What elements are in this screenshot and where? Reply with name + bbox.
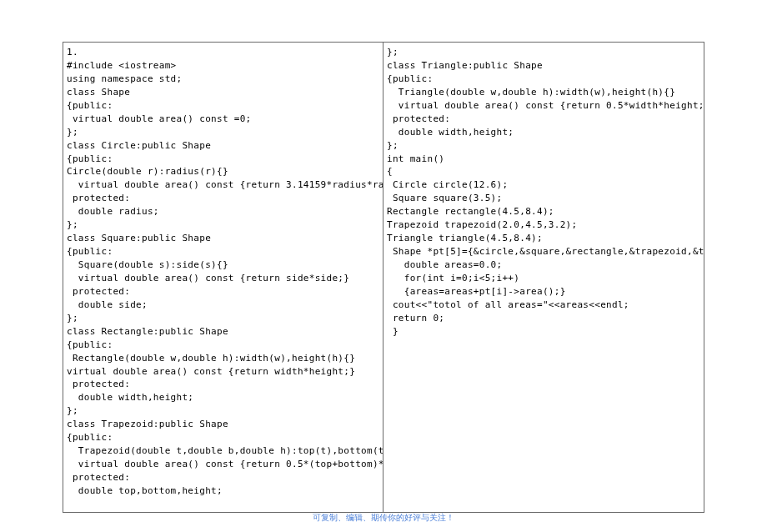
code-line: Rectangle(double w,double h):width(w),he… <box>67 352 379 365</box>
code-line: protected: <box>67 285 379 299</box>
code-line: } <box>387 325 700 339</box>
code-line: Trapezoid(double t,double b,double h):to… <box>67 444 379 458</box>
code-line: { <box>387 165 700 178</box>
right-code-column: };class Triangle:public Shape{public: Tr… <box>384 43 704 512</box>
code-line: virtual double area() const {return 0.5*… <box>387 99 700 113</box>
code-line: {public: <box>67 245 379 258</box>
code-line: Trapezoid trapezoid(2.0,4.5,3.2); <box>387 218 700 232</box>
code-line: class Shape <box>67 86 379 99</box>
code-line: Rectangle rectangle(4.5,8.4); <box>387 205 700 218</box>
code-line: using namespace std; <box>67 73 379 86</box>
code-line: }; <box>387 46 700 59</box>
code-line: cout<<"totol of all areas="<<areas<<endl… <box>387 299 700 312</box>
code-line: int main() <box>387 153 700 166</box>
code-line: {areas=areas+pt[i]->area();} <box>387 285 700 299</box>
code-line: class Circle:public Shape <box>67 139 379 153</box>
code-line: {public: <box>67 153 379 166</box>
code-line: double top,bottom,height; <box>67 484 379 498</box>
code-line: double radius; <box>67 205 379 218</box>
code-line: Circle(double r):radius(r){} <box>67 165 379 178</box>
code-line: Square square(3.5); <box>387 192 700 205</box>
code-line: 1. <box>67 46 379 59</box>
code-line: #include <iostream> <box>67 59 379 73</box>
code-line: }; <box>387 139 700 153</box>
code-line: }; <box>67 312 379 325</box>
code-line: double areas=0.0; <box>387 258 700 272</box>
code-line: for(int i=0;i<5;i++) <box>387 272 700 285</box>
code-line: virtual double area() const =0; <box>67 113 379 126</box>
code-line: {public: <box>67 431 379 444</box>
code-line: virtual double area() const {return widt… <box>67 365 379 379</box>
code-line: Shape *pt[5]={&circle,&square,&rectangle… <box>387 245 700 258</box>
code-line: protected: <box>67 192 379 205</box>
code-line: protected: <box>387 113 700 126</box>
code-line: protected: <box>67 378 379 391</box>
code-line: return 0; <box>387 312 700 325</box>
code-line: Circle circle(12.6); <box>387 178 700 192</box>
code-line: class Trapezoid:public Shape <box>67 418 379 431</box>
code-container: 1.#include <iostream>using namespace std… <box>63 42 704 513</box>
code-line: {public: <box>67 99 379 113</box>
code-line: double width,height; <box>387 126 700 139</box>
left-code-column: 1.#include <iostream>using namespace std… <box>63 43 384 512</box>
code-line: class Square:public Shape <box>67 232 379 245</box>
code-line: class Triangle:public Shape <box>387 59 700 73</box>
code-line: {public: <box>387 73 700 86</box>
code-line: {public: <box>67 339 379 352</box>
code-line: Square(double s):side(s){} <box>67 258 379 272</box>
code-line: virtual double area() const {return 0.5*… <box>67 458 379 471</box>
code-line: protected: <box>67 471 379 484</box>
code-line: double side; <box>67 299 379 312</box>
code-line: Triangle triangle(4.5,8.4); <box>387 232 700 245</box>
code-line: }; <box>67 218 379 232</box>
code-line: virtual double area() const {return 3.14… <box>67 178 379 192</box>
code-line: Triangle(double w,double h):width(w),hei… <box>387 86 700 99</box>
code-line: }; <box>67 404 379 418</box>
code-line: double width,height; <box>67 391 379 404</box>
code-line: class Rectangle:public Shape <box>67 325 379 339</box>
footer-note: 可复制、编辑、期传你的好评与关注！ <box>0 512 767 524</box>
code-line: virtual double area() const {return side… <box>67 272 379 285</box>
code-line: }; <box>67 126 379 139</box>
